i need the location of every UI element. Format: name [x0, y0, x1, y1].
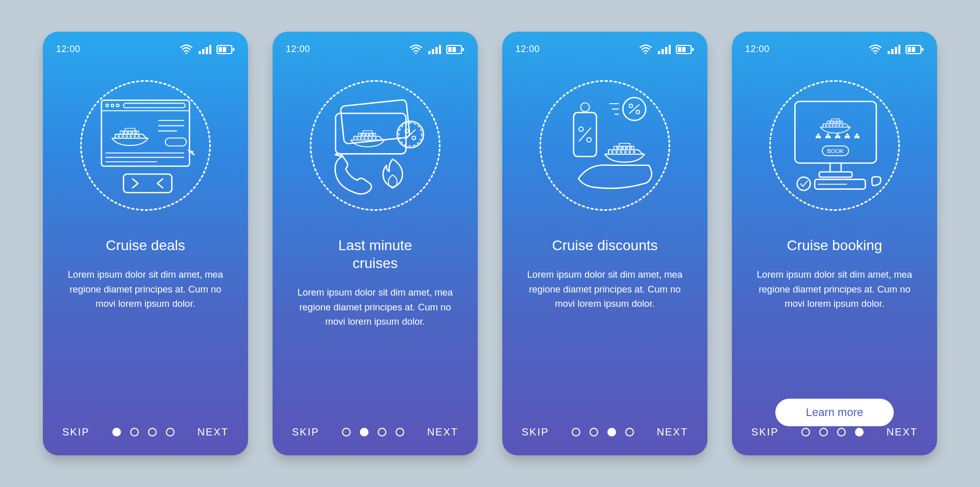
svg-rect-14 [124, 103, 185, 108]
svg-rect-111 [839, 121, 841, 123]
svg-point-107 [842, 125, 843, 126]
svg-rect-108 [829, 121, 831, 123]
page-dot-4[interactable] [625, 428, 634, 436]
svg-rect-66 [678, 47, 681, 52]
status-icons [409, 44, 464, 55]
learn-more-button[interactable]: Learn more [775, 399, 894, 426]
page-dot-3[interactable] [378, 428, 386, 436]
svg-point-73 [629, 104, 632, 108]
svg-rect-7 [218, 47, 222, 52]
page-dot-1[interactable] [801, 428, 810, 436]
wifi-icon [869, 44, 882, 55]
svg-point-82 [625, 151, 626, 153]
svg-point-81 [620, 151, 622, 153]
svg-rect-61 [662, 49, 664, 54]
svg-point-19 [134, 135, 135, 137]
next-button[interactable]: NEXT [887, 426, 918, 438]
svg-rect-101 [819, 172, 852, 177]
svg-rect-110 [836, 121, 838, 123]
status-icons [869, 44, 924, 55]
onboarding-nav: SKIP NEXT [273, 426, 478, 455]
skip-button[interactable]: SKIP [522, 426, 549, 438]
svg-rect-86 [621, 147, 623, 149]
illustration [273, 64, 478, 227]
svg-rect-23 [131, 132, 133, 133]
skip-button[interactable]: SKIP [62, 426, 90, 438]
page-dot-3[interactable] [837, 428, 846, 436]
svg-point-44 [357, 137, 358, 139]
next-button[interactable]: NEXT [657, 426, 688, 438]
status-bar: 12:00 [43, 32, 248, 55]
svg-rect-3 [206, 47, 208, 54]
svg-line-58 [405, 130, 415, 139]
page-dot-4[interactable] [855, 428, 864, 436]
svg-rect-6 [233, 48, 234, 51]
discount-tag-ship-icon [540, 80, 670, 211]
signal-icon [657, 44, 671, 55]
svg-rect-40 [448, 47, 452, 52]
svg-point-18 [130, 135, 132, 137]
svg-point-0 [185, 52, 187, 54]
page-dot-2[interactable] [590, 428, 598, 436]
page-dot-1[interactable] [342, 428, 351, 436]
svg-rect-109 [832, 121, 834, 123]
svg-point-70 [587, 137, 592, 142]
svg-rect-90 [888, 51, 890, 54]
svg-rect-37 [439, 45, 441, 54]
svg-rect-51 [364, 134, 366, 135]
svg-point-59 [645, 52, 646, 54]
onboarding-stage: 12:00 Cruise deal [0, 0, 980, 487]
svg-rect-8 [223, 47, 227, 52]
onboarding-screen-1: 12:00 Cruise deal [43, 32, 248, 455]
svg-rect-91 [891, 49, 894, 54]
status-bar: 12:00 [502, 32, 707, 55]
page-dot-1[interactable] [572, 428, 580, 436]
page-dot-4[interactable] [166, 428, 175, 436]
illustration [502, 64, 707, 227]
page-dot-2[interactable] [819, 428, 828, 436]
svg-line-71 [579, 128, 591, 141]
screen-body: Lorem ipsum dolor sit dim amet, mea regi… [502, 267, 707, 426]
svg-point-69 [579, 127, 583, 132]
screen-title: Cruise deals [43, 236, 248, 254]
svg-point-84 [633, 151, 635, 153]
illustration: BOOK [732, 64, 937, 227]
page-dot-3[interactable] [607, 428, 616, 436]
wifi-icon [180, 44, 193, 55]
page-dot-3[interactable] [148, 428, 157, 436]
svg-rect-36 [435, 47, 438, 54]
onboarding-nav: SKIP NEXT [732, 426, 937, 455]
signal-icon [198, 44, 211, 55]
svg-rect-24 [135, 132, 137, 133]
svg-point-80 [616, 151, 618, 153]
page-dot-1[interactable] [112, 428, 121, 436]
screen-body: Lorem ipsum dolor sit dim amet, mea regi… [732, 267, 937, 387]
page-dot-2[interactable] [130, 428, 139, 436]
skip-button[interactable]: SKIP [292, 426, 320, 438]
svg-point-45 [360, 137, 362, 139]
battery-icon [676, 44, 694, 55]
svg-rect-1 [199, 51, 201, 54]
signal-icon [428, 44, 441, 55]
svg-point-106 [839, 125, 840, 126]
svg-point-57 [412, 136, 415, 140]
svg-rect-96 [908, 47, 911, 52]
illustration [43, 64, 248, 227]
svg-point-17 [126, 135, 128, 137]
svg-point-102 [825, 125, 826, 126]
svg-rect-50 [361, 134, 363, 135]
svg-rect-53 [372, 134, 374, 135]
svg-line-75 [629, 105, 639, 113]
battery-icon [905, 44, 924, 55]
page-dot-2[interactable] [360, 428, 369, 436]
onboarding-nav: SKIP NEXT [502, 426, 707, 455]
next-button[interactable]: NEXT [198, 426, 229, 438]
svg-point-68 [581, 103, 590, 111]
svg-rect-34 [428, 51, 431, 54]
page-dot-4[interactable] [396, 428, 404, 436]
next-button[interactable]: NEXT [427, 426, 458, 438]
skip-button[interactable]: SKIP [751, 426, 779, 438]
onboarding-nav: SKIP NEXT [43, 426, 248, 455]
svg-point-48 [371, 137, 373, 139]
svg-rect-92 [895, 47, 897, 54]
